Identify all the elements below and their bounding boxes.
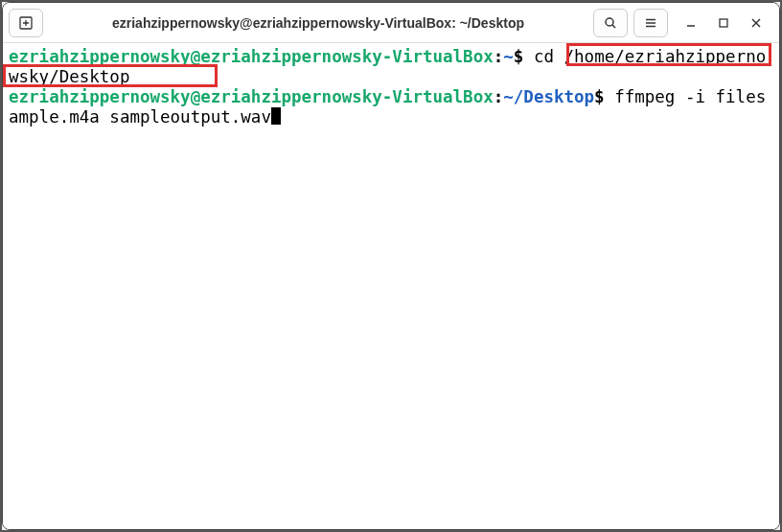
- prompt-user-host: ezriahzippernowsky@ezriahzippernowsky-Vi…: [9, 47, 494, 66]
- minimize-button[interactable]: [681, 13, 701, 33]
- prompt-path: ~/Desktop: [503, 87, 594, 106]
- new-tab-button[interactable]: [9, 9, 43, 37]
- minimize-icon: [685, 17, 697, 29]
- prompt-dollar: $: [594, 87, 605, 106]
- hamburger-icon: [644, 16, 657, 30]
- close-button[interactable]: [747, 13, 766, 33]
- command-text-part2: .m4a sampleoutput.wav: [59, 107, 271, 127]
- terminal-window: ezriahzippernowsky@ezriahzippernowsky-Vi…: [2, 2, 780, 530]
- search-icon: [604, 16, 617, 30]
- prompt-dollar: $: [514, 47, 524, 66]
- prompt-colon: :: [494, 47, 504, 66]
- maximize-icon: [718, 17, 729, 29]
- search-button[interactable]: [593, 9, 628, 37]
- menu-button[interactable]: [633, 9, 668, 37]
- maximize-button[interactable]: [714, 13, 733, 33]
- svg-rect-9: [720, 19, 727, 27]
- svg-line-4: [612, 25, 615, 28]
- svg-point-3: [606, 18, 613, 26]
- new-tab-icon: [19, 16, 33, 30]
- prompt-user-host: ezriahzippernowsky@ezriahzippernowsky-Vi…: [9, 87, 494, 106]
- titlebar: ezriahzippernowsky@ezriahzippernowsky-Vi…: [3, 3, 779, 43]
- terminal-content[interactable]: ezriahzippernowsky@ezriahzippernowsky-Vi…: [3, 43, 779, 529]
- window-controls: [674, 13, 773, 33]
- close-icon: [750, 17, 762, 29]
- window-title: ezriahzippernowsky@ezriahzippernowsky-Vi…: [49, 15, 587, 31]
- prompt-path: ~: [503, 47, 514, 66]
- prompt-colon: :: [494, 87, 504, 106]
- terminal-cursor: [271, 107, 281, 125]
